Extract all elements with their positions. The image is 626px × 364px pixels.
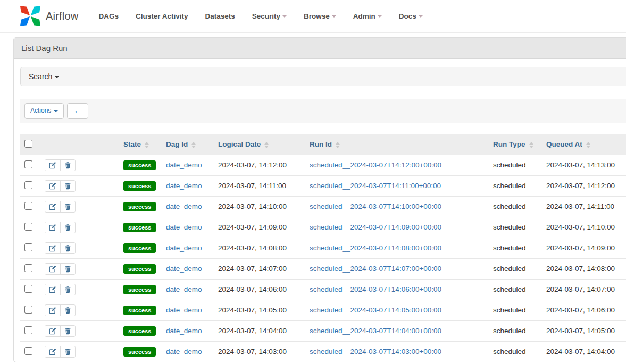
row-checkbox[interactable] <box>24 347 32 355</box>
delete-record-button[interactable] <box>61 201 75 212</box>
run-id-link[interactable]: scheduled__2024-03-07T14:10:00+00:00 <box>310 202 441 210</box>
nav-item-browse[interactable]: Browse <box>295 7 345 26</box>
dag-id-link[interactable]: date_demo <box>166 244 202 252</box>
trash-icon <box>64 348 71 355</box>
actions-column-header <box>40 134 119 155</box>
row-action-group <box>45 201 76 213</box>
actions-toolbar: Actions ← <box>20 99 626 123</box>
row-action-group <box>45 159 76 171</box>
column-header-dag-id[interactable]: Dag Id <box>162 134 214 155</box>
dag-id-link[interactable]: date_demo <box>166 223 202 231</box>
delete-record-button[interactable] <box>61 346 75 357</box>
search-accordion[interactable]: Search <box>20 67 626 86</box>
delete-record-button[interactable] <box>61 284 75 295</box>
row-checkbox[interactable] <box>24 243 32 251</box>
trash-icon <box>64 224 71 231</box>
row-checkbox[interactable] <box>24 306 32 314</box>
delete-record-button[interactable] <box>61 326 75 336</box>
edit-record-button[interactable] <box>45 305 61 316</box>
edit-pencil-square-icon <box>49 224 56 231</box>
column-header-state[interactable]: State <box>119 134 162 155</box>
run-type-cell: scheduled <box>493 202 526 210</box>
column-header-run-id[interactable]: Run Id <box>305 134 489 155</box>
row-checkbox[interactable] <box>24 223 32 231</box>
page-title: List Dag Run <box>14 38 626 59</box>
nav-item-datasets[interactable]: Datasets <box>196 7 243 26</box>
run-id-link[interactable]: scheduled__2024-03-07T14:07:00+00:00 <box>310 265 441 273</box>
nav-item-cluster-activity[interactable]: Cluster Activity <box>127 7 197 26</box>
trash-icon <box>64 203 71 210</box>
dag-id-link[interactable]: date_demo <box>166 306 202 314</box>
edit-pencil-square-icon <box>49 286 56 293</box>
dag-id-link[interactable]: date_demo <box>166 202 202 210</box>
delete-record-button[interactable] <box>61 222 75 233</box>
delete-record-button[interactable] <box>61 160 75 171</box>
run-id-link[interactable]: scheduled__2024-03-07T14:09:00+00:00 <box>310 223 441 231</box>
sort-icon <box>529 142 533 148</box>
nav-item-admin[interactable]: Admin <box>345 7 390 26</box>
dag-id-link[interactable]: date_demo <box>166 182 202 190</box>
edit-record-button[interactable] <box>45 201 61 212</box>
edit-record-button[interactable] <box>45 264 61 274</box>
run-id-link[interactable]: scheduled__2024-03-07T14:03:00+00:00 <box>310 348 441 355</box>
state-badge: success <box>123 202 156 211</box>
back-button[interactable]: ← <box>67 103 88 119</box>
nav-item-docs[interactable]: Docs <box>390 7 431 26</box>
queued-at-cell: 2024-03-07, 14:04:00 <box>546 348 615 355</box>
delete-record-button[interactable] <box>61 305 75 316</box>
dag-id-link[interactable]: date_demo <box>166 265 202 273</box>
caret-down-icon <box>54 110 58 112</box>
queued-at-cell: 2024-03-07, 14:07:00 <box>546 285 615 293</box>
delete-record-button[interactable] <box>61 181 75 191</box>
airflow-logo[interactable]: Airflow <box>19 5 78 27</box>
dag-id-link[interactable]: date_demo <box>166 348 202 355</box>
airflow-pinwheel-icon <box>19 5 41 27</box>
trash-icon <box>64 162 71 169</box>
run-id-link[interactable]: scheduled__2024-03-07T14:11:00+00:00 <box>310 182 441 190</box>
caret-down-icon <box>378 15 382 18</box>
row-checkbox[interactable] <box>24 202 32 210</box>
dag-id-link[interactable]: date_demo <box>166 327 202 335</box>
delete-record-button[interactable] <box>61 264 75 274</box>
sort-icon <box>191 142 196 148</box>
row-checkbox[interactable] <box>24 181 32 189</box>
row-checkbox[interactable] <box>24 326 32 334</box>
run-id-link[interactable]: scheduled__2024-03-07T14:05:00+00:00 <box>310 306 441 314</box>
caret-down-icon <box>332 15 336 18</box>
edit-pencil-square-icon <box>49 307 56 314</box>
edit-record-button[interactable] <box>45 160 61 171</box>
edit-record-button[interactable] <box>45 346 61 357</box>
column-header-queued-at[interactable]: Queued At <box>542 134 626 155</box>
row-checkbox[interactable] <box>24 264 32 272</box>
delete-record-button[interactable] <box>61 243 75 253</box>
select-all-checkbox[interactable] <box>24 140 32 148</box>
dag-id-link[interactable]: date_demo <box>166 161 202 169</box>
edit-record-button[interactable] <box>45 181 61 191</box>
edit-record-button[interactable] <box>45 222 61 233</box>
sort-icon <box>145 142 149 148</box>
search-toggle[interactable]: Search <box>29 72 59 81</box>
row-checkbox[interactable] <box>24 285 32 293</box>
dag-id-link[interactable]: date_demo <box>166 285 202 293</box>
row-action-group <box>45 325 76 337</box>
run-id-link[interactable]: scheduled__2024-03-07T14:08:00+00:00 <box>310 244 441 252</box>
run-id-link[interactable]: scheduled__2024-03-07T14:06:00+00:00 <box>310 285 441 293</box>
row-checkbox[interactable] <box>24 160 32 168</box>
table-header: State Dag Id Logical Date Run Id Run Typ… <box>20 134 626 155</box>
run-id-link[interactable]: scheduled__2024-03-07T14:12:00+00:00 <box>310 161 441 169</box>
edit-record-button[interactable] <box>45 326 61 336</box>
state-badge: success <box>123 264 156 274</box>
nav-item-dags[interactable]: DAGs <box>90 7 127 26</box>
edit-record-button[interactable] <box>45 243 61 253</box>
row-action-group <box>45 180 76 192</box>
run-id-link[interactable]: scheduled__2024-03-07T14:04:00+00:00 <box>310 327 441 335</box>
column-header-logical-date[interactable]: Logical Date <box>214 134 305 155</box>
nav-item-security[interactable]: Security <box>244 7 295 26</box>
queued-at-cell: 2024-03-07, 14:08:00 <box>546 265 615 273</box>
queued-at-cell: 2024-03-07, 14:10:00 <box>546 223 615 231</box>
column-header-run-type[interactable]: Run Type <box>489 134 542 155</box>
actions-dropdown-button[interactable]: Actions <box>24 103 64 119</box>
edit-record-button[interactable] <box>45 284 61 295</box>
run-type-cell: scheduled <box>493 306 526 314</box>
state-badge: success <box>123 306 156 315</box>
